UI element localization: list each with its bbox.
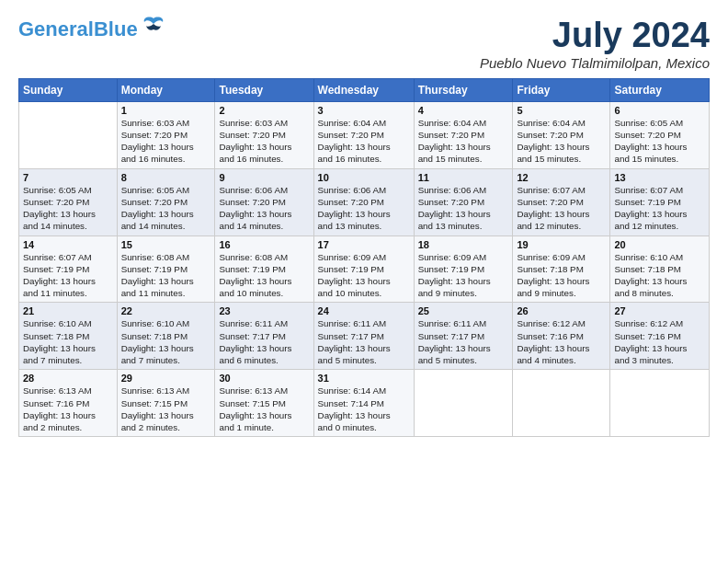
month-year-title: July 2024 bbox=[480, 17, 710, 55]
day-info: Sunrise: 6:05 AM Sunset: 7:20 PM Dayligh… bbox=[121, 184, 211, 233]
calendar-cell: 21Sunrise: 6:10 AM Sunset: 7:18 PM Dayli… bbox=[19, 303, 118, 370]
day-info: Sunrise: 6:08 AM Sunset: 7:19 PM Dayligh… bbox=[121, 251, 211, 300]
calendar-table: SundayMondayTuesdayWednesdayThursdayFrid… bbox=[18, 78, 710, 437]
day-number: 16 bbox=[219, 239, 309, 250]
calendar-cell bbox=[513, 370, 610, 437]
day-number: 19 bbox=[517, 239, 606, 250]
day-info: Sunrise: 6:10 AM Sunset: 7:18 PM Dayligh… bbox=[614, 251, 705, 300]
day-number: 15 bbox=[121, 239, 211, 250]
logo-bird-icon bbox=[141, 13, 166, 42]
day-number: 4 bbox=[418, 105, 509, 116]
day-info: Sunrise: 6:06 AM Sunset: 7:20 PM Dayligh… bbox=[418, 184, 509, 233]
day-info: Sunrise: 6:03 AM Sunset: 7:20 PM Dayligh… bbox=[219, 117, 309, 166]
day-number: 8 bbox=[121, 172, 211, 183]
day-info: Sunrise: 6:05 AM Sunset: 7:20 PM Dayligh… bbox=[614, 117, 705, 166]
day-info: Sunrise: 6:06 AM Sunset: 7:20 PM Dayligh… bbox=[318, 184, 410, 233]
day-number: 21 bbox=[23, 305, 113, 316]
day-number: 26 bbox=[517, 305, 606, 316]
calendar-cell: 9Sunrise: 6:06 AM Sunset: 7:20 PM Daylig… bbox=[215, 168, 313, 236]
calendar-week-row: 28Sunrise: 6:13 AM Sunset: 7:16 PM Dayli… bbox=[19, 370, 710, 437]
day-number: 9 bbox=[219, 172, 309, 183]
calendar-cell: 10Sunrise: 6:06 AM Sunset: 7:20 PM Dayli… bbox=[313, 168, 414, 236]
day-number: 31 bbox=[318, 373, 410, 384]
calendar-cell: 18Sunrise: 6:09 AM Sunset: 7:19 PM Dayli… bbox=[414, 236, 513, 303]
calendar-cell: 15Sunrise: 6:08 AM Sunset: 7:19 PM Dayli… bbox=[117, 236, 215, 303]
calendar-cell: 16Sunrise: 6:08 AM Sunset: 7:19 PM Dayli… bbox=[215, 236, 313, 303]
calendar-cell: 24Sunrise: 6:11 AM Sunset: 7:17 PM Dayli… bbox=[313, 303, 414, 370]
day-number: 20 bbox=[614, 239, 705, 250]
calendar-week-row: 14Sunrise: 6:07 AM Sunset: 7:19 PM Dayli… bbox=[19, 236, 710, 303]
calendar-cell: 7Sunrise: 6:05 AM Sunset: 7:20 PM Daylig… bbox=[19, 168, 118, 236]
day-number: 27 bbox=[614, 305, 705, 316]
day-info: Sunrise: 6:08 AM Sunset: 7:19 PM Dayligh… bbox=[219, 251, 309, 300]
day-number: 6 bbox=[614, 105, 705, 116]
location-subtitle: Pueblo Nuevo Tlalmimilolpan, Mexico bbox=[480, 55, 710, 71]
day-info: Sunrise: 6:04 AM Sunset: 7:20 PM Dayligh… bbox=[418, 117, 509, 166]
day-number: 29 bbox=[121, 373, 211, 384]
calendar-cell: 28Sunrise: 6:13 AM Sunset: 7:16 PM Dayli… bbox=[19, 370, 118, 437]
calendar-day-header: Tuesday bbox=[215, 78, 313, 101]
day-info: Sunrise: 6:09 AM Sunset: 7:18 PM Dayligh… bbox=[517, 251, 606, 300]
day-info: Sunrise: 6:11 AM Sunset: 7:17 PM Dayligh… bbox=[318, 317, 410, 366]
calendar-cell: 19Sunrise: 6:09 AM Sunset: 7:18 PM Dayli… bbox=[513, 236, 610, 303]
day-info: Sunrise: 6:13 AM Sunset: 7:16 PM Dayligh… bbox=[23, 385, 113, 433]
day-info: Sunrise: 6:05 AM Sunset: 7:20 PM Dayligh… bbox=[23, 184, 113, 233]
day-number: 22 bbox=[121, 305, 211, 316]
calendar-day-header: Thursday bbox=[414, 78, 513, 101]
day-info: Sunrise: 6:06 AM Sunset: 7:20 PM Dayligh… bbox=[219, 184, 309, 233]
day-number: 3 bbox=[318, 105, 410, 116]
day-info: Sunrise: 6:04 AM Sunset: 7:20 PM Dayligh… bbox=[517, 117, 606, 166]
day-number: 25 bbox=[418, 305, 509, 316]
calendar-cell: 11Sunrise: 6:06 AM Sunset: 7:20 PM Dayli… bbox=[414, 168, 513, 236]
calendar-header-row: SundayMondayTuesdayWednesdayThursdayFrid… bbox=[19, 78, 710, 101]
day-info: Sunrise: 6:13 AM Sunset: 7:15 PM Dayligh… bbox=[219, 385, 309, 433]
calendar-day-header: Saturday bbox=[610, 78, 710, 101]
calendar-week-row: 21Sunrise: 6:10 AM Sunset: 7:18 PM Dayli… bbox=[19, 303, 710, 370]
calendar-cell: 5Sunrise: 6:04 AM Sunset: 7:20 PM Daylig… bbox=[513, 101, 610, 168]
day-info: Sunrise: 6:13 AM Sunset: 7:15 PM Dayligh… bbox=[121, 385, 211, 433]
calendar-cell: 22Sunrise: 6:10 AM Sunset: 7:18 PM Dayli… bbox=[117, 303, 215, 370]
day-number: 12 bbox=[517, 172, 606, 183]
calendar-cell: 29Sunrise: 6:13 AM Sunset: 7:15 PM Dayli… bbox=[117, 370, 215, 437]
calendar-cell: 13Sunrise: 6:07 AM Sunset: 7:19 PM Dayli… bbox=[610, 168, 710, 236]
logo-text: GeneralBlue bbox=[18, 18, 138, 40]
day-number: 23 bbox=[219, 305, 309, 316]
logo: GeneralBlue bbox=[18, 17, 166, 42]
calendar-cell: 23Sunrise: 6:11 AM Sunset: 7:17 PM Dayli… bbox=[215, 303, 313, 370]
day-number: 7 bbox=[23, 172, 113, 183]
calendar-cell: 31Sunrise: 6:14 AM Sunset: 7:14 PM Dayli… bbox=[313, 370, 414, 437]
day-info: Sunrise: 6:12 AM Sunset: 7:16 PM Dayligh… bbox=[517, 317, 606, 366]
day-info: Sunrise: 6:12 AM Sunset: 7:16 PM Dayligh… bbox=[614, 317, 705, 366]
day-info: Sunrise: 6:11 AM Sunset: 7:17 PM Dayligh… bbox=[219, 317, 309, 366]
calendar-cell: 1Sunrise: 6:03 AM Sunset: 7:20 PM Daylig… bbox=[117, 101, 215, 168]
calendar-cell: 17Sunrise: 6:09 AM Sunset: 7:19 PM Dayli… bbox=[313, 236, 414, 303]
calendar-cell: 8Sunrise: 6:05 AM Sunset: 7:20 PM Daylig… bbox=[117, 168, 215, 236]
day-info: Sunrise: 6:03 AM Sunset: 7:20 PM Dayligh… bbox=[121, 117, 211, 166]
calendar-cell bbox=[414, 370, 513, 437]
day-info: Sunrise: 6:10 AM Sunset: 7:18 PM Dayligh… bbox=[23, 317, 113, 366]
calendar-cell: 25Sunrise: 6:11 AM Sunset: 7:17 PM Dayli… bbox=[414, 303, 513, 370]
day-number: 24 bbox=[318, 305, 410, 316]
calendar-week-row: 7Sunrise: 6:05 AM Sunset: 7:20 PM Daylig… bbox=[19, 168, 710, 236]
calendar-cell: 4Sunrise: 6:04 AM Sunset: 7:20 PM Daylig… bbox=[414, 101, 513, 168]
title-block: July 2024 Pueblo Nuevo Tlalmimilolpan, M… bbox=[480, 17, 710, 71]
day-info: Sunrise: 6:11 AM Sunset: 7:17 PM Dayligh… bbox=[418, 317, 509, 366]
day-number: 28 bbox=[23, 373, 113, 384]
day-number: 30 bbox=[219, 373, 309, 384]
day-number: 13 bbox=[614, 172, 705, 183]
day-info: Sunrise: 6:09 AM Sunset: 7:19 PM Dayligh… bbox=[418, 251, 509, 300]
calendar-cell: 26Sunrise: 6:12 AM Sunset: 7:16 PM Dayli… bbox=[513, 303, 610, 370]
day-info: Sunrise: 6:04 AM Sunset: 7:20 PM Dayligh… bbox=[318, 117, 410, 166]
day-info: Sunrise: 6:10 AM Sunset: 7:18 PM Dayligh… bbox=[121, 317, 211, 366]
calendar-week-row: 1Sunrise: 6:03 AM Sunset: 7:20 PM Daylig… bbox=[19, 101, 710, 168]
day-number: 1 bbox=[121, 105, 211, 116]
day-number: 11 bbox=[418, 172, 509, 183]
calendar-cell: 27Sunrise: 6:12 AM Sunset: 7:16 PM Dayli… bbox=[610, 303, 710, 370]
calendar-cell: 2Sunrise: 6:03 AM Sunset: 7:20 PM Daylig… bbox=[215, 101, 313, 168]
day-number: 17 bbox=[318, 239, 410, 250]
calendar-day-header: Wednesday bbox=[313, 78, 414, 101]
day-number: 18 bbox=[418, 239, 509, 250]
calendar-day-header: Sunday bbox=[19, 78, 118, 101]
day-number: 2 bbox=[219, 105, 309, 116]
calendar-cell: 6Sunrise: 6:05 AM Sunset: 7:20 PM Daylig… bbox=[610, 101, 710, 168]
